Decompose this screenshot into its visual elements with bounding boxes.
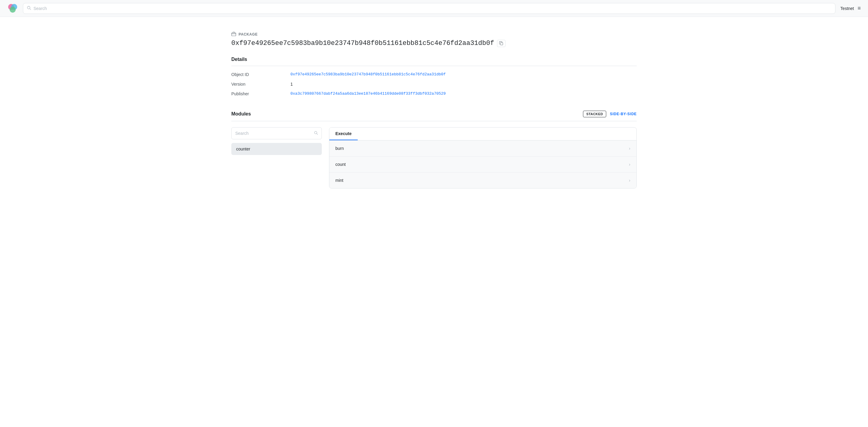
function-item-count[interactable]: count ›	[329, 156, 637, 173]
view-toggle: STACKED SIDE-BY-SIDE	[583, 111, 637, 117]
navbar-search-bar[interactable]	[23, 3, 835, 14]
function-item-burn[interactable]: burn ›	[329, 141, 637, 156]
main-content: PACKAGE 0xf97e49265ee7c5983ba9b10e23747b…	[217, 17, 651, 188]
stacked-view-button[interactable]: STACKED	[583, 111, 606, 117]
package-section: PACKAGE 0xf97e49265ee7c5983ba9b10e23747b…	[231, 31, 637, 47]
publisher-label: Publisher	[231, 91, 286, 96]
modules-title: Modules	[231, 111, 251, 117]
modules-body: counter Execute burn › count ›	[231, 127, 637, 188]
svg-line-9	[317, 133, 318, 134]
chevron-right-icon: ›	[629, 146, 630, 151]
execute-tab[interactable]: Execute	[329, 127, 358, 140]
navbar-search-input[interactable]	[33, 6, 832, 11]
object-id-value[interactable]: 0xf97e49265ee7c5983ba9b10e23747b948f0b51…	[290, 72, 637, 77]
modules-section: Modules STACKED SIDE-BY-SIDE	[231, 111, 637, 188]
function-name-burn: burn	[335, 146, 344, 151]
detail-row-object-id: Object ID 0xf97e49265ee7c5983ba9b10e2374…	[231, 72, 637, 77]
package-icon	[231, 31, 236, 37]
publisher-value[interactable]: 0xa3c799807667dabf24a5aa6da13ee187e46b41…	[290, 91, 637, 96]
menu-icon[interactable]: ≡	[858, 5, 861, 11]
navbar-right: Testnet ≡	[840, 5, 861, 11]
search-icon	[27, 6, 31, 11]
detail-row-publisher: Publisher 0xa3c799807667dabf24a5aa6da13e…	[231, 91, 637, 96]
navbar: Testnet ≡	[0, 0, 868, 17]
detail-row-version: Version 1	[231, 82, 637, 87]
chevron-right-icon: ›	[629, 162, 630, 167]
network-label: Testnet	[840, 6, 854, 11]
function-name-mint: mint	[335, 178, 343, 183]
version-label: Version	[231, 82, 286, 87]
logo	[7, 3, 18, 14]
chevron-right-icon: ›	[629, 178, 630, 183]
modules-header: Modules STACKED SIDE-BY-SIDE	[231, 111, 637, 121]
details-section: Details Object ID 0xf97e49265ee7c5983ba9…	[231, 57, 637, 96]
execute-tab-bar: Execute	[329, 127, 637, 141]
module-item[interactable]: counter	[231, 143, 322, 155]
svg-line-4	[30, 9, 31, 10]
package-id-text: 0xf97e49265ee7c5983ba9b10e23747b948f0b51…	[231, 39, 494, 47]
package-id-row: 0xf97e49265ee7c5983ba9b10e23747b948f0b51…	[231, 39, 637, 47]
function-name-count: count	[335, 162, 346, 167]
side-by-side-view-button[interactable]: SIDE-BY-SIDE	[610, 112, 637, 116]
svg-rect-7	[501, 42, 503, 45]
module-search-bar[interactable]	[231, 127, 322, 139]
object-id-label: Object ID	[231, 72, 286, 77]
function-item-mint[interactable]: mint ›	[329, 173, 637, 188]
execute-panel: Execute burn › count › mint ›	[329, 127, 637, 188]
search-icon	[314, 131, 318, 136]
details-title: Details	[231, 57, 637, 66]
module-list: counter	[231, 143, 322, 155]
svg-rect-5	[231, 33, 236, 36]
details-table: Object ID 0xf97e49265ee7c5983ba9b10e2374…	[231, 72, 637, 96]
package-label: PACKAGE	[231, 31, 637, 37]
module-list-section: counter	[231, 127, 322, 188]
svg-point-2	[10, 7, 16, 13]
version-value: 1	[290, 82, 637, 87]
function-list: burn › count › mint ›	[329, 141, 637, 188]
copy-button[interactable]	[497, 40, 505, 47]
module-search-input[interactable]	[235, 131, 312, 136]
